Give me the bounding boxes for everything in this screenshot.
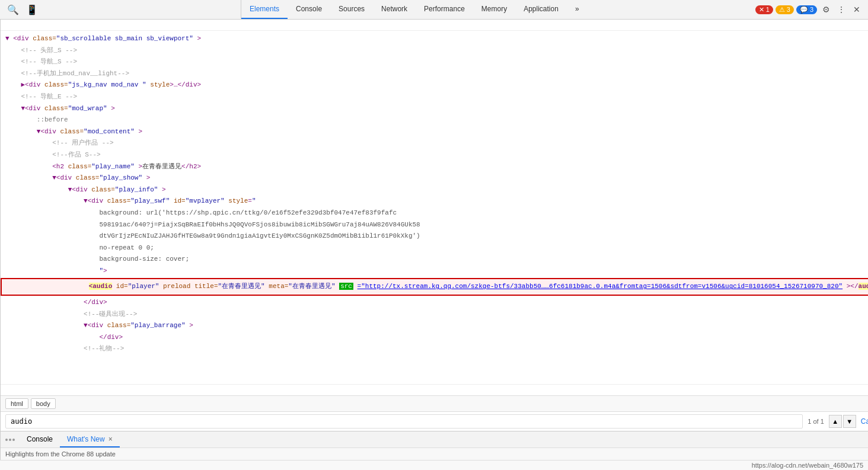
inspect-icon[interactable]: 🔍 <box>5 3 21 17</box>
tree-line: ▼<div class="play_swf" id="mvplayer" sty… <box>1 196 868 207</box>
src-attribute[interactable]: src <box>339 283 353 290</box>
warning-badge: ⚠ 3 <box>776 5 794 14</box>
tree-line: <!-- 导航_E --> <box>1 91 868 103</box>
tree-line: background-size: cover; <box>1 254 868 266</box>
tree-line: <!-- 用户作品 --> <box>1 138 868 149</box>
info-badge: 💬 3 <box>796 5 817 14</box>
console-tab-bar: Console What's New × <box>1 431 868 447</box>
tree-line: ▶<div class="js_kg_nav mod_nav " style>…… <box>1 79 868 91</box>
status-url: https://alog-cdn.net/webain_4680w175 <box>752 462 863 469</box>
tree-line: "> <box>1 266 868 277</box>
tree-line: <!--手机加上mod_nav__light--> <box>1 68 868 80</box>
tree-line: dtVGrIjzPEcNIuZJAHJGfHTEGw8a9t9Gndn1giaA… <box>1 231 868 242</box>
scroll-controls: ▲ <box>1 20 868 31</box>
tab-console-bottom[interactable]: Console <box>20 431 60 447</box>
search-bar: 1 of 1 ▲ ▼ Cancel <box>1 411 868 431</box>
error-count: 1 <box>766 6 770 13</box>
audio-tag: <audio <box>89 283 113 290</box>
tab-console[interactable]: Console <box>288 0 330 19</box>
tab-memory[interactable]: Memory <box>473 0 515 19</box>
tree-line: ▼<div class="play_show" > <box>1 172 868 184</box>
tab-whats-new[interactable]: What's New × <box>60 431 120 447</box>
breadcrumb-html[interactable]: html <box>5 398 28 409</box>
search-cancel-button[interactable]: Cancel <box>861 417 868 426</box>
tree-line: ▼<div class="mod_wrap" > <box>1 103 868 115</box>
device-icon[interactable]: 📱 <box>24 3 40 17</box>
tree-line: <!--碰具出现--> <box>1 309 868 321</box>
warning-count: 3 <box>787 6 790 13</box>
error-badge: ✕ 1 <box>755 5 773 14</box>
tab-elements[interactable]: Elements <box>241 0 288 19</box>
settings-button[interactable]: ⚙ <box>819 3 832 16</box>
tree-line: ▼<div class="play_barrage" > <box>1 320 868 332</box>
tree-line: 598191ac/640?j=PiajxSqBRaEIf0bHhsJQ0QVoF… <box>1 219 868 231</box>
main-area: K 全民K歌 下载 ≡ 在青春里遇见 🌸 🐕 <box>0 20 868 460</box>
drag-handle <box>5 439 15 441</box>
elements-panel: ▲ ▼ <div class="sb_scrollable sb_main sb… <box>1 20 868 460</box>
tree-line: ▼<div class="mod_content" > <box>1 126 868 138</box>
tree-line: <!-- 导航_S --> <box>1 56 868 68</box>
tree-line: <!--作品 S--> <box>1 149 868 161</box>
audio-element-line[interactable]: <audio id="player" preload title="在青春里遇见… <box>1 278 868 296</box>
tree-line: </div> <box>1 297 868 309</box>
scroll-down-controls: ▼ <box>1 384 868 395</box>
tree-line: background: url('https://shp.qpic.cn/ttk… <box>1 207 868 219</box>
warning-icon: ⚠ <box>779 6 785 14</box>
close-devtools-button[interactable]: ✕ <box>850 3 863 16</box>
tree-line: ▼ <div class="sb_scrollable sb_main sb_v… <box>1 33 868 45</box>
info-icon: 💬 <box>800 6 808 14</box>
search-nav: ▲ ▼ <box>829 415 856 428</box>
tree-line: ▼<div class="play_info" > <box>1 184 868 196</box>
tab-more[interactable]: » <box>567 0 588 19</box>
search-next-button[interactable]: ▼ <box>843 415 856 428</box>
devtools-right-badges: ✕ 1 ⚠ 3 💬 3 ⚙ ⋮ ✕ <box>751 3 868 16</box>
tree-line: ::before <box>1 114 868 126</box>
tab-network[interactable]: Network <box>373 0 416 19</box>
more-options-button[interactable]: ⋮ <box>835 3 848 16</box>
tab-performance[interactable]: Performance <box>416 0 473 19</box>
tab-application[interactable]: Application <box>515 0 567 19</box>
whats-new-close-button[interactable]: × <box>108 435 113 443</box>
devtools-inner: ▲ ▼ <div class="sb_scrollable sb_main sb… <box>1 20 868 460</box>
breadcrumb-body[interactable]: body <box>31 398 56 409</box>
highlights-text: Highlights from the Chrome 88 update <box>5 450 116 458</box>
info-count: 3 <box>810 6 813 13</box>
tree-line: <h2 class="play_name" >在青春里遇见</h2> <box>1 161 868 173</box>
html-tree[interactable]: ▼ <div class="sb_scrollable sb_main sb_v… <box>1 31 868 384</box>
highlights-bar: Highlights from the Chrome 88 update <box>1 447 868 460</box>
tree-line: no-repeat 0 0; <box>1 242 868 254</box>
devtools-panel: ▲ ▼ <div class="sb_scrollable sb_main sb… <box>1 20 868 460</box>
breadcrumb-bar: html body <box>1 395 868 411</box>
devtools-topbar: 🔍 📱 Elements Console Sources Network Per… <box>0 0 868 20</box>
tree-line: </div> <box>1 332 868 344</box>
error-icon: ✕ <box>759 6 764 14</box>
tree-line: <!-- 头部_S --> <box>1 45 868 57</box>
search-count: 1 of 1 <box>803 418 829 425</box>
tree-line: <!--礼物--> <box>1 343 868 355</box>
status-bar: https://alog-cdn.net/webain_4680w175 <box>0 460 868 470</box>
search-prev-button[interactable]: ▲ <box>829 415 842 428</box>
audio-close-tag: audio <box>859 283 868 290</box>
search-input[interactable] <box>5 414 803 429</box>
devtools-tabs: Elements Console Sources Network Perform… <box>241 0 751 19</box>
tab-sources[interactable]: Sources <box>330 0 373 19</box>
